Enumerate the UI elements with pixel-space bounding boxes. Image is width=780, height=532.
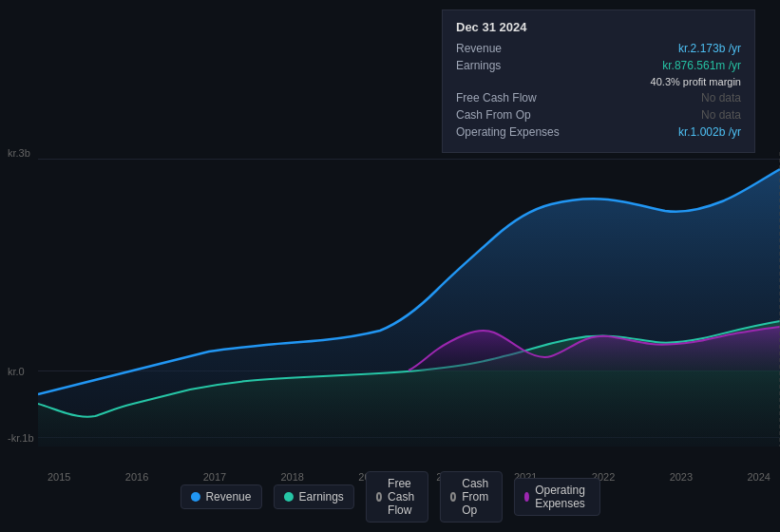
- legend-fcf-label: Free Cash Flow: [388, 477, 418, 517]
- tooltip-revenue-value: kr.2.173b /yr: [678, 42, 741, 55]
- tooltip-earnings-value: kr.876.561m /yr: [662, 59, 741, 72]
- legend-earnings[interactable]: Earnings: [273, 484, 353, 509]
- legend-opex-dot: [524, 492, 529, 502]
- legend-revenue[interactable]: Revenue: [180, 484, 261, 509]
- x-label-2016: 2016: [125, 471, 148, 483]
- tooltip-fcf-value: No data: [701, 91, 741, 104]
- y-label-top: kr.3b: [8, 147, 30, 159]
- x-label-2023: 2023: [670, 471, 693, 483]
- tooltip-cashop-label: Cash From Op: [456, 108, 580, 122]
- legend-opex-label: Operating Expenses: [535, 484, 589, 510]
- legend-earnings-label: Earnings: [298, 490, 343, 504]
- tooltip: Dec 31 2024 Revenue kr.2.173b /yr Earnin…: [442, 10, 755, 153]
- legend-operating-expenses[interactable]: Operating Expenses: [514, 478, 600, 516]
- tooltip-fcf-row: Free Cash Flow No data: [456, 91, 741, 104]
- legend-revenue-dot: [190, 492, 200, 502]
- legend: Revenue Earnings Free Cash Flow Cash Fro…: [180, 471, 599, 522]
- tooltip-revenue-row: Revenue kr.2.173b /yr: [456, 42, 741, 55]
- legend-fcf-dot: [376, 492, 382, 502]
- y-label-bot: -kr.1b: [8, 432, 34, 444]
- tooltip-opex-row: Operating Expenses kr.1.002b /yr: [456, 125, 741, 139]
- x-label-2015: 2015: [48, 471, 70, 483]
- tooltip-margin-row: 40.3% profit margin: [456, 76, 741, 87]
- tooltip-cashop-value: No data: [701, 108, 741, 122]
- x-label-2024: 2024: [747, 471, 770, 483]
- legend-free-cash-flow[interactable]: Free Cash Flow: [366, 471, 428, 522]
- tooltip-opex-value: kr.1.002b /yr: [678, 125, 741, 139]
- tooltip-earnings-row: Earnings kr.876.561m /yr: [456, 59, 741, 72]
- tooltip-margin-value: 40.3% profit margin: [651, 76, 741, 87]
- legend-cash-from-op[interactable]: Cash From Op: [440, 471, 503, 522]
- tooltip-opex-label: Operating Expenses: [456, 125, 580, 139]
- tooltip-date: Dec 31 2024: [456, 20, 741, 34]
- tooltip-revenue-label: Revenue: [456, 42, 580, 55]
- chart-container: Dec 31 2024 Revenue kr.2.173b /yr Earnin…: [0, 0, 780, 532]
- legend-earnings-dot: [283, 492, 293, 502]
- chart-svg: [38, 152, 780, 446]
- legend-revenue-label: Revenue: [205, 490, 251, 504]
- legend-cashop-label: Cash From Op: [462, 477, 492, 517]
- tooltip-fcf-label: Free Cash Flow: [456, 91, 580, 104]
- y-label-mid: kr.0: [8, 366, 25, 377]
- legend-cashop-dot: [450, 492, 456, 502]
- tooltip-cashop-row: Cash From Op No data: [456, 108, 741, 122]
- tooltip-earnings-label: Earnings: [456, 59, 580, 72]
